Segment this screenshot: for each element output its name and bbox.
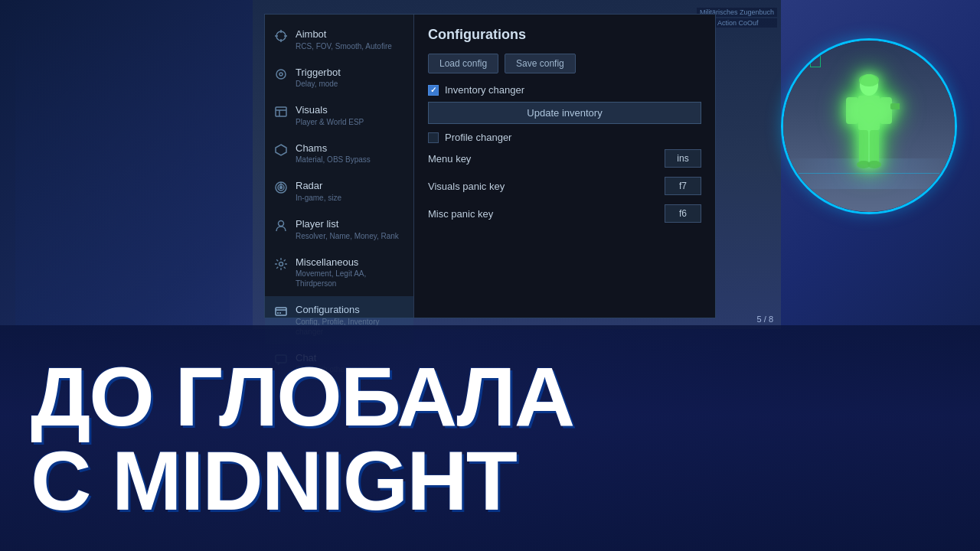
russian-line1: ДО ГЛОБАЛА xyxy=(31,354,573,439)
inventory-changer-label: Inventory changer xyxy=(445,84,524,96)
visuals-panic-key-input[interactable] xyxy=(665,177,701,195)
visuals-panic-key-row: Visuals panic key xyxy=(428,177,701,195)
misc-title: Miscellaneous xyxy=(296,256,404,269)
inventory-changer-row: Inventory changer xyxy=(428,84,701,96)
inventory-section: Inventory changer Update inventory Profi… xyxy=(428,84,701,143)
misc-text: Miscellaneous Movement, Legit AA, Thirdp… xyxy=(296,256,404,289)
misc-icon xyxy=(274,257,288,271)
chams-text: Chams Material, OBS Bypass xyxy=(296,142,371,165)
radar-subtitle: In-game, size xyxy=(296,193,341,203)
player-circle xyxy=(781,38,957,214)
radar-icon xyxy=(274,181,288,194)
aimbot-title: Aimbot xyxy=(296,28,392,41)
cheat-panel: Aimbot RCS, FOV, Smooth, Autofire Trigge… xyxy=(264,14,716,318)
chams-icon xyxy=(274,143,288,157)
chams-subtitle: Material, OBS Bypass xyxy=(296,155,371,165)
svg-rect-2 xyxy=(858,96,880,130)
game-scene xyxy=(783,41,955,212)
menu-key-label: Menu key xyxy=(428,153,471,165)
profile-changer-label: Profile changer xyxy=(445,132,511,143)
glowing-player xyxy=(838,71,900,181)
svg-marker-21 xyxy=(276,145,286,155)
menu-key-input[interactable] xyxy=(665,149,701,168)
sidebar-item-miscellaneous[interactable]: Miscellaneous Movement, Legit AA, Thirdp… xyxy=(265,249,413,297)
svg-point-26 xyxy=(279,220,284,226)
svg-rect-5 xyxy=(890,103,900,109)
player-icon xyxy=(274,219,288,233)
score-text: 5 / 8 xyxy=(757,315,773,324)
menu-key-row: Menu key xyxy=(428,149,701,168)
sidebar-item-aimbot[interactable]: Aimbot RCS, FOV, Smooth, Autofire xyxy=(265,21,413,59)
sidebar: Aimbot RCS, FOV, Smooth, Autofire Trigge… xyxy=(265,15,414,318)
crosshair-icon xyxy=(274,29,288,43)
soldier-silhouette xyxy=(15,23,230,329)
svg-point-17 xyxy=(279,73,283,76)
score-area: 5 / 8 xyxy=(757,311,773,325)
save-config-button[interactable]: Save config xyxy=(505,54,576,73)
triggerbot-subtitle: Delay, mode xyxy=(296,79,341,89)
russian-text-area: ДО ГЛОБАЛА С MIDNIGHT xyxy=(0,325,980,551)
svg-rect-28 xyxy=(276,308,286,315)
visuals-icon xyxy=(274,105,288,119)
triggerbot-text: Triggerbot Delay, mode xyxy=(296,67,341,90)
svg-point-1 xyxy=(859,74,879,86)
radar-text: Radar In-game, size xyxy=(296,180,341,203)
radar-title: Radar xyxy=(296,180,341,192)
load-config-button[interactable]: Load config xyxy=(428,54,498,73)
russian-line2: С MIDNIGHT xyxy=(31,439,516,523)
trigger-icon xyxy=(274,67,288,81)
playerlist-title: Player list xyxy=(296,218,399,230)
svg-rect-4 xyxy=(880,97,892,124)
content-title: Configurations xyxy=(428,27,701,43)
soldier-area xyxy=(0,0,253,329)
playerlist-subtitle: Resolver, Name, Money, Rank xyxy=(296,231,399,241)
content-area: Configurations Load config Save config I… xyxy=(414,15,715,318)
svg-rect-7 xyxy=(859,130,868,165)
config-buttons: Load config Save config xyxy=(428,54,701,73)
triggerbot-title: Triggerbot xyxy=(296,67,341,79)
playerlist-text: Player list Resolver, Name, Money, Rank xyxy=(296,218,399,241)
visuals-panic-key-label: Visuals panic key xyxy=(428,181,505,192)
visuals-title: Visuals xyxy=(296,104,364,116)
sidebar-item-triggerbot[interactable]: Triggerbot Delay, mode xyxy=(265,59,413,97)
misc-panic-key-row: Misc panic key xyxy=(428,204,701,223)
svg-point-16 xyxy=(276,70,286,79)
misc-panic-key-input[interactable] xyxy=(665,204,701,223)
sidebar-item-playerlist[interactable]: Player list Resolver, Name, Money, Rank xyxy=(265,210,413,249)
inventory-changer-checkbox[interactable] xyxy=(428,85,439,96)
profile-changer-checkbox[interactable] xyxy=(428,132,439,143)
sidebar-item-chams[interactable]: Chams Material, OBS Bypass xyxy=(265,135,413,173)
bottom-overlay: ДО ГЛОБАЛА С MIDNIGHT xyxy=(0,325,980,551)
svg-rect-8 xyxy=(870,130,879,165)
aimbot-text: Aimbot RCS, FOV, Smooth, Autofire xyxy=(296,28,392,51)
player-circle-container xyxy=(781,38,957,214)
config-title: Configurations xyxy=(296,304,404,316)
profile-changer-row: Profile changer xyxy=(428,132,701,143)
esp-box-1 xyxy=(810,52,821,67)
svg-point-10 xyxy=(867,161,881,168)
svg-rect-3 xyxy=(846,97,858,124)
misc-panic-key-label: Misc panic key xyxy=(428,208,493,220)
misc-subtitle: Movement, Legit AA, Thirdperson xyxy=(296,269,404,289)
config-icon xyxy=(274,305,288,318)
aimbot-subtitle: RCS, FOV, Smooth, Autofire xyxy=(296,41,392,51)
visuals-text: Visuals Player & World ESP xyxy=(296,104,364,127)
svg-point-27 xyxy=(279,262,283,266)
sidebar-item-radar[interactable]: Radar In-game, size xyxy=(265,172,413,210)
svg-rect-18 xyxy=(276,107,286,116)
sidebar-item-visuals[interactable]: Visuals Player & World ESP xyxy=(265,96,413,135)
visuals-subtitle: Player & World ESP xyxy=(296,117,364,127)
update-inventory-button[interactable]: Update inventory xyxy=(428,102,701,124)
chams-title: Chams xyxy=(296,142,371,155)
